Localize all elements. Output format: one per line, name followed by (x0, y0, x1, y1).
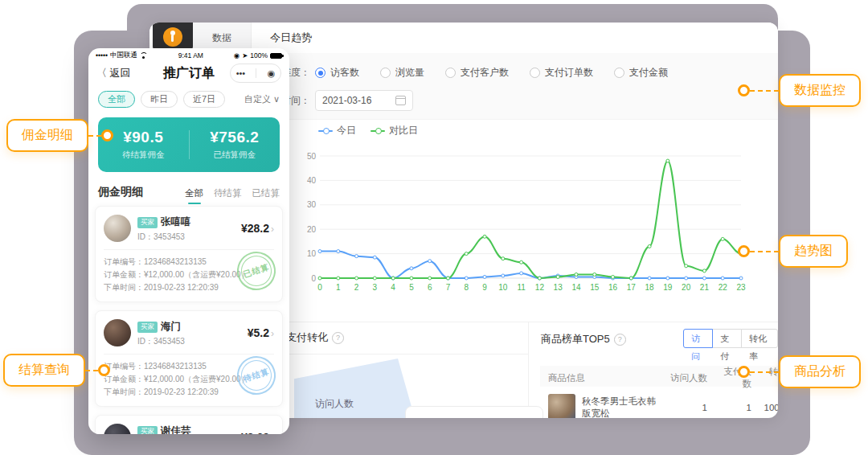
dimension-radio-支付客户数[interactable]: 支付客户数 (445, 66, 509, 80)
svg-text:10: 10 (498, 283, 508, 292)
buyer-avatar (104, 215, 131, 242)
funnel-help-icon[interactable]: ? (332, 332, 344, 344)
buyer-avatar (104, 424, 131, 434)
more-icon[interactable]: ••• (236, 68, 246, 78)
commission-tab-已结算[interactable]: 已结算 (252, 187, 280, 199)
filter-pill-近7日[interactable]: 近7日 (183, 91, 225, 108)
svg-text:8: 8 (464, 283, 469, 292)
svg-text:17: 17 (627, 283, 637, 292)
trend-line-chart[interactable]: 0102030405001234567891011121314151617181… (301, 150, 755, 304)
app-logo-tile[interactable] (153, 23, 193, 51)
carrier-label: 中国联通 (110, 51, 137, 60)
top5-tab-转化率[interactable]: 转化率 (741, 329, 778, 348)
callout-data-monitor-box: 数据监控 (779, 74, 861, 107)
callout-commission-detail-box: 佣金明细 (6, 119, 88, 152)
order-card[interactable]: 买家张嘻嘻 ID：3453453 ¥28.2› 订单编号：12346843213… (95, 206, 283, 302)
funnel-header-divider (275, 354, 528, 355)
rate-value: 100% (761, 403, 778, 412)
buyer-id: ID：3453453 (137, 336, 185, 347)
svg-text:0: 0 (311, 274, 316, 283)
dimension-row: 数据维度： 访客数浏览量支付客户数支付订单数支付金额 (262, 66, 689, 80)
order-divider (104, 249, 274, 250)
vertical-divider (528, 322, 529, 418)
radio-icon (530, 68, 540, 78)
settled-label: 已结算佣金 (190, 150, 280, 161)
callout-marker (738, 245, 750, 257)
radio-icon (614, 68, 624, 78)
date-filter-row: 全部昨日近7日自定义 ∨ (88, 88, 289, 114)
close-circle-icon[interactable]: ◉ (268, 68, 276, 79)
funnel-step-visits[interactable] (294, 359, 415, 418)
phone-mockup: ••••• 中国联通 9:41 AM ◉ ➤ 100% 〈 返回 推广订单 ••… (88, 48, 289, 434)
phone-nav-bar: 〈 返回 推广订单 ••• ◉ (88, 60, 289, 88)
callout-dash (750, 90, 779, 92)
compare-date-input[interactable]: 2021-03-16 (315, 90, 413, 111)
callout-commission-detail: 佣金明细 (6, 119, 113, 152)
svg-text:13: 13 (554, 283, 563, 292)
buyer-tag: 买家 (137, 217, 158, 228)
brand-logo-icon (163, 27, 182, 47)
order-card[interactable]: 买家谢佳芸 ID：3453453 ¥8.63› 订单编号：12346843213… (95, 415, 283, 434)
filter-pill-昨日[interactable]: 昨日 (141, 91, 178, 108)
callout-trend-chart-box: 趋势图 (779, 235, 848, 268)
legend-item-对比日[interactable]: 对比日 (371, 124, 418, 137)
orientation-lock-icon: ◉ (234, 51, 240, 59)
funnel-tooltip-card (405, 406, 543, 418)
svg-text:23: 23 (736, 283, 746, 292)
top5-title-text: 商品榜单TOP5 (541, 333, 610, 345)
svg-text:15: 15 (590, 283, 600, 292)
svg-text:10: 10 (307, 249, 317, 258)
commission-tab-全部[interactable]: 全部 (185, 187, 203, 199)
top5-tab-group: 访问支付转化率 (683, 329, 778, 348)
buyer-id: ID：3453453 (137, 232, 191, 243)
legend-line-icon (318, 130, 333, 132)
order-amount: ¥28.2› (241, 222, 274, 235)
callout-dash (88, 135, 101, 137)
miniprogram-capsule[interactable]: ••• ◉ (230, 64, 281, 83)
callout-settlement-query: 结算查询 (3, 354, 110, 387)
buyer-name: 海门 (161, 321, 181, 332)
legend-line-icon (371, 130, 385, 132)
order-amount: ¥5.2› (248, 326, 274, 339)
order-card[interactable]: 买家海门 ID：3453453 ¥5.2› 订单编号：1234684321313… (95, 310, 283, 407)
callout-product-analysis-box: 商品分析 (779, 355, 861, 388)
visits-value: 1 (669, 403, 717, 412)
buyer-avatar (104, 319, 131, 346)
callout-marker (101, 129, 113, 141)
order-divider (104, 354, 274, 355)
top5-row[interactable]: 秋冬季男士毛衣韩版宽松 1 1 100% (548, 387, 778, 418)
svg-text:11: 11 (517, 283, 526, 292)
product-name: 秋冬季男士毛衣韩版宽松 (582, 396, 656, 418)
svg-text:3: 3 (373, 283, 378, 292)
svg-text:20: 20 (682, 283, 691, 292)
commission-list-header: 佣金明细 全部待结算已结算 (98, 185, 280, 199)
location-arrow-icon: ➤ (242, 51, 248, 59)
radio-icon (380, 68, 391, 78)
top5-help-icon[interactable]: ? (614, 334, 626, 346)
callout-dash (750, 371, 779, 373)
top5-tab-访问[interactable]: 访问 (683, 329, 713, 348)
dimension-radio-访客数[interactable]: 访客数 (315, 66, 359, 80)
stage: 数据 今日趋势 数据维度： 访客数浏览量支付客户数支付订单数支付金额 对比时间：… (0, 0, 868, 455)
svg-text:4: 4 (391, 283, 395, 292)
commission-summary-card[interactable]: ¥90.5 待结算佣金 ¥756.2 已结算佣金 (98, 117, 280, 172)
radio-icon (315, 68, 326, 78)
dimension-radio-浏览量[interactable]: 浏览量 (380, 66, 424, 80)
buyer-name: 张嘻嘻 (161, 216, 191, 228)
callout-product-analysis: 商品分析 (738, 355, 861, 388)
svg-text:22: 22 (719, 283, 728, 292)
svg-text:7: 7 (446, 283, 451, 292)
radio-icon (445, 68, 456, 78)
custom-filter[interactable]: 自定义 ∨ (244, 93, 280, 105)
filter-pill-全部[interactable]: 全部 (98, 91, 135, 108)
dimension-radio-支付订单数[interactable]: 支付订单数 (530, 66, 593, 80)
legend-item-今日[interactable]: 今日 (318, 124, 356, 137)
back-button[interactable]: 〈 返回 (96, 66, 131, 80)
dimension-radio-支付金额[interactable]: 支付金额 (614, 66, 668, 80)
settled-amount: ¥756.2 (190, 129, 280, 146)
product-thumbnail (548, 394, 575, 418)
commission-tab-待结算[interactable]: 待结算 (214, 187, 242, 199)
funnel-title-text: 支付转化 (286, 331, 328, 343)
svg-text:2: 2 (354, 283, 359, 292)
top5-tab-支付[interactable]: 支付 (712, 329, 742, 348)
